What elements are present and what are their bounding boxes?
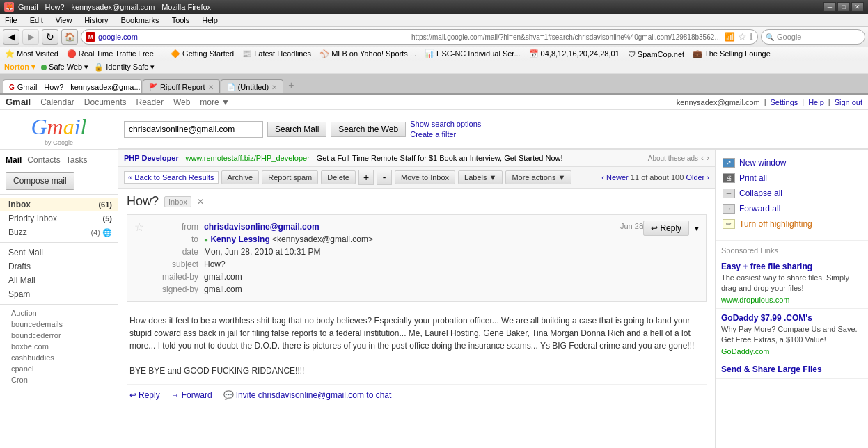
older-link[interactable]: Older › <box>686 173 709 182</box>
bookmark-most-visited[interactable]: ⭐ Most Visited <box>3 49 61 59</box>
search-mail-btn[interactable]: Search Mail <box>267 122 326 137</box>
search-web-btn[interactable]: Search the Web <box>331 122 406 137</box>
search-input[interactable] <box>124 121 263 138</box>
ad0-title[interactable]: Easy + free file sharing <box>721 262 812 271</box>
norton-logo[interactable]: Norton ▾ <box>4 63 35 72</box>
reply-dropdown-btn[interactable]: ▼ <box>691 225 700 232</box>
sidebar-mail-label[interactable]: Mail <box>6 155 22 165</box>
about-ads-link[interactable]: About these ads <box>648 154 698 162</box>
sidebar-contacts-label[interactable]: Contacts <box>27 155 60 165</box>
newer-link[interactable]: ‹ Newer <box>601 173 629 182</box>
sidebar-sub-bound[interactable]: boundcederror <box>0 330 118 341</box>
sidebar-sub-boxbe[interactable]: boxbe.com <box>0 341 118 352</box>
sidebar-sub-cash[interactable]: cashbuddies <box>0 352 118 363</box>
close-thread-btn[interactable]: ✕ <box>197 197 204 207</box>
sidebar-item-sent[interactable]: Sent Mail <box>0 246 118 259</box>
new-window-link[interactable]: ↗ New window <box>721 155 862 170</box>
nav-reader[interactable]: Reader <box>136 97 164 107</box>
tab-add-btn[interactable]: + <box>284 77 298 93</box>
forward-footer-link[interactable]: → Forward <box>171 390 212 400</box>
ad2-title[interactable]: Send & Share Large Files <box>721 365 822 374</box>
bookmark-selling[interactable]: 💼 The Selling Lounge <box>691 49 773 59</box>
more-actions-btn[interactable]: More actions ▼ <box>505 170 571 184</box>
window-controls[interactable]: ─ □ ✕ <box>823 2 864 12</box>
menu-file[interactable]: File <box>3 15 19 25</box>
reply-btn[interactable]: ↩ Reply <box>643 221 689 236</box>
sidebar-sub-bounced[interactable]: bouncedemails <box>0 319 118 330</box>
sidebar-item-buzz[interactable]: Buzz (4) 🌐 <box>0 225 118 239</box>
safeweb-item[interactable]: Safe Web ▾ <box>41 63 88 72</box>
rss-icon[interactable]: 📶 <box>725 32 735 42</box>
sidebar-sub-cpanel[interactable]: cpanel <box>0 363 118 374</box>
browser-search-bar[interactable]: 🔍 Google <box>761 29 865 45</box>
menu-view[interactable]: View <box>54 15 74 25</box>
show-options-link[interactable]: Show search options <box>410 120 481 128</box>
bookmark-headlines[interactable]: 📰 Latest Headlines <box>240 49 313 59</box>
reload-btn[interactable]: ↻ <box>42 29 58 45</box>
back-btn[interactable]: ◀ <box>3 29 19 45</box>
compose-btn[interactable]: Compose mail <box>6 172 74 190</box>
sidebar-item-priority[interactable]: Priority Inbox (5) <box>0 211 118 225</box>
maximize-btn[interactable]: □ <box>837 2 850 12</box>
menu-history[interactable]: History <box>82 15 110 25</box>
menu-bookmarks[interactable]: Bookmarks <box>119 15 161 25</box>
menu-edit[interactable]: Edit <box>28 15 45 25</box>
star-email-btn[interactable]: ☆ <box>134 221 144 296</box>
star-icon[interactable]: ☆ <box>738 31 747 42</box>
nav-calendar[interactable]: Calendar <box>40 97 74 107</box>
search-options[interactable]: Show search options Create a filter <box>410 119 481 139</box>
identity-item[interactable]: 🔒 Identity Safe ▾ <box>94 63 155 72</box>
tab-untitled-close[interactable]: ✕ <box>271 83 277 91</box>
sidebar-item-drafts[interactable]: Drafts <box>0 259 118 273</box>
back-to-search-btn[interactable]: « Back to Search Results <box>124 171 219 184</box>
ad1-title[interactable]: GoDaddy $7.99 .COM's <box>721 313 812 323</box>
url-bar[interactable]: M google.com https://mail.google.com/mai… <box>81 29 758 45</box>
tab-ripoff[interactable]: 🚩 Ripoff Report ✕ <box>143 79 220 93</box>
ad-title-link[interactable]: PHP Developer <box>124 154 179 162</box>
labels-btn[interactable]: Labels ▼ <box>458 170 503 184</box>
bookmark-started[interactable]: 🔶 Getting Started <box>168 49 236 59</box>
ad-next-btn[interactable]: › <box>707 153 709 163</box>
nav-documents[interactable]: Documents <box>84 97 127 107</box>
sidebar-sub-auction[interactable]: Auction <box>0 307 118 319</box>
archive-btn[interactable]: Archive <box>221 170 260 184</box>
nav-more[interactable]: more ▼ <box>200 97 230 107</box>
turn-off-highlighting-link[interactable]: ✏ Turn off highlighting <box>721 216 862 232</box>
tab-gmail[interactable]: G Gmail - How? - kennysadex@gma... ✕ <box>3 79 142 93</box>
ad-prev-btn[interactable]: ‹ <box>701 153 704 163</box>
forward-all-link[interactable]: → Forward all <box>721 201 862 216</box>
info-icon[interactable]: ℹ <box>750 32 753 42</box>
forward-btn[interactable]: ▶ <box>22 29 39 45</box>
close-btn[interactable]: ✕ <box>851 2 864 12</box>
sidebar-tasks-label[interactable]: Tasks <box>66 155 88 165</box>
bookmark-mlb[interactable]: ⚾ MLB on Yahoo! Sports ... <box>317 49 418 59</box>
report-spam-btn[interactable]: Report spam <box>262 170 318 184</box>
bookmark-esc[interactable]: 📊 ESC-NC Individual Ser... <box>423 49 523 59</box>
create-filter-link[interactable]: Create a filter <box>410 130 456 138</box>
minimize-btn[interactable]: ─ <box>823 2 836 12</box>
settings-link[interactable]: Settings <box>771 98 798 106</box>
sidebar-item-spam[interactable]: Spam <box>0 287 118 301</box>
sender-link[interactable]: chrisdavisonline@gmail.com <box>204 222 319 232</box>
nav-web[interactable]: Web <box>173 97 190 107</box>
collapse-all-link[interactable]: ─ Collapse all <box>721 186 862 201</box>
home-btn[interactable]: 🏠 <box>61 29 78 45</box>
menu-tools[interactable]: Tools <box>170 15 192 25</box>
tab-ripoff-close[interactable]: ✕ <box>208 83 214 91</box>
to-name-link[interactable]: Kenny Lessing <box>210 234 269 244</box>
bookmark-dates[interactable]: 📅 04,8,12,16,20,24,28,01 <box>527 49 622 59</box>
importance-plus-btn[interactable]: + <box>358 170 374 185</box>
help-link[interactable]: Help <box>808 98 824 106</box>
move-to-inbox-btn[interactable]: Move to Inbox <box>395 170 455 184</box>
signout-link[interactable]: Sign out <box>835 98 862 106</box>
reply-footer-link[interactable]: ↩ Reply <box>129 390 160 400</box>
sidebar-item-allmail[interactable]: All Mail <box>0 273 118 287</box>
bookmark-realtime[interactable]: 🔴 Real Time Traffic Free ... <box>65 49 164 59</box>
menu-help[interactable]: Help <box>200 15 220 25</box>
tab-untitled[interactable]: 📄 (Untitled) ✕ <box>221 79 284 93</box>
sidebar-item-inbox[interactable]: Inbox (61) <box>0 198 118 211</box>
importance-minus-btn[interactable]: - <box>377 170 392 185</box>
bookmark-spamcop[interactable]: 🛡 SpamCop.net <box>626 49 686 59</box>
sidebar-sub-cron[interactable]: Cron <box>0 374 118 385</box>
delete-btn[interactable]: Delete <box>321 170 356 184</box>
